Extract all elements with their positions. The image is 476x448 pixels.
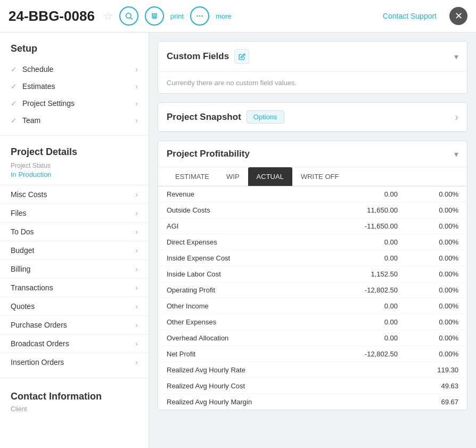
profit-row-label: Inside Expense Cost xyxy=(167,254,350,262)
custom-fields-empty-message: Currently there are no custom field valu… xyxy=(167,79,297,87)
profit-row-label: Direct Expenses xyxy=(167,238,350,246)
sidebar-item-broadcast-orders[interactable]: Broadcast Orders › xyxy=(0,334,149,353)
chevron-right-icon: › xyxy=(135,227,138,236)
chevron-right-icon: › xyxy=(135,209,138,217)
more-label[interactable]: more xyxy=(216,12,232,20)
svg-point-6 xyxy=(201,15,203,17)
profit-row: Revenue0.000.00% xyxy=(158,186,467,202)
profit-row-value: 0.00 xyxy=(350,190,398,198)
profit-row-percent: 0.00% xyxy=(411,254,458,262)
project-snapshot-card: Project Snapshot Options › xyxy=(158,102,467,132)
chevron-right-icon: › xyxy=(135,321,138,329)
sidebar-item-project-settings[interactable]: ✓ Project Settings › xyxy=(0,95,149,112)
project-id: 24-BBG-0086 xyxy=(9,8,95,25)
profit-row: Realized Avg Hourly Margin69.67 xyxy=(158,394,467,410)
print-icon-button[interactable] xyxy=(145,6,164,26)
profit-row: AGI-11,650.000.00% xyxy=(158,218,467,234)
check-icon: ✓ xyxy=(11,116,17,125)
tab-estimate[interactable]: ESTIMATE xyxy=(167,167,218,186)
quotes-label: Quotes xyxy=(11,302,35,311)
transactions-label: Transactions xyxy=(11,283,53,292)
profit-row-label: Realized Avg Hourly Rate xyxy=(167,366,411,374)
chevron-right-icon: › xyxy=(135,339,138,348)
check-icon: ✓ xyxy=(11,82,17,91)
sidebar-item-insertion-orders[interactable]: Insertion Orders › xyxy=(0,353,149,371)
custom-fields-title: Custom Fields xyxy=(167,51,229,62)
print-label[interactable]: print xyxy=(170,12,184,20)
profit-row-percent: 0.00% xyxy=(411,206,458,214)
profit-row-label: Realized Avg Hourly Cost xyxy=(167,382,411,390)
sidebar-item-misc-costs[interactable]: Misc Costs › xyxy=(0,185,149,203)
profit-row-percent: 0.00% xyxy=(411,222,458,230)
profit-row: Other Income0.000.00% xyxy=(158,298,467,314)
chevron-right-icon: › xyxy=(135,99,138,108)
profit-row-value: 0.00 xyxy=(350,318,398,326)
project-status-value[interactable]: In Production xyxy=(0,170,149,185)
chevron-right-icon: › xyxy=(135,116,138,125)
snapshot-chevron-icon[interactable]: › xyxy=(455,111,458,123)
billing-label: Billing xyxy=(11,265,30,273)
sidebar-item-files[interactable]: Files › xyxy=(0,203,149,222)
sidebar-item-schedule[interactable]: ✓ Schedule › xyxy=(0,61,149,78)
content-area: Custom Fields ▾ Currently there are no c… xyxy=(149,32,476,448)
profit-row: Operating Profit-12,802.500.00% xyxy=(158,282,467,298)
chevron-right-icon: › xyxy=(135,302,138,311)
custom-fields-edit-button[interactable] xyxy=(234,49,249,64)
chevron-right-icon: › xyxy=(135,190,138,199)
sidebar-item-budget[interactable]: Budget › xyxy=(0,241,149,259)
profit-row-value: 69.67 xyxy=(411,398,458,406)
tab-wip[interactable]: WIP xyxy=(218,167,248,186)
sidebar-item-team[interactable]: ✓ Team › xyxy=(0,112,149,129)
tab-actual[interactable]: ACTUAL xyxy=(248,167,292,186)
profit-row-value: 119.30 xyxy=(411,366,458,374)
sidebar-item-transactions[interactable]: Transactions › xyxy=(0,278,149,297)
svg-point-5 xyxy=(199,15,201,17)
svg-point-0 xyxy=(126,13,131,18)
profit-row-value: -12,802.50 xyxy=(350,350,398,358)
sidebar-estimates-label: Estimates xyxy=(22,82,55,91)
profit-row-label: Inside Labor Cost xyxy=(167,270,350,278)
chevron-right-icon: › xyxy=(135,265,138,273)
project-snapshot-title: Project Snapshot xyxy=(167,112,241,123)
profit-row-value: -12,802.50 xyxy=(350,286,398,294)
favorite-star-icon[interactable]: ☆ xyxy=(103,10,113,22)
sidebar-item-estimates[interactable]: ✓ Estimates › xyxy=(0,78,149,95)
search-icon-button[interactable] xyxy=(119,6,138,26)
sidebar-team-label: Team xyxy=(22,116,40,125)
files-label: Files xyxy=(11,209,27,217)
profit-row-value: 11,650.00 xyxy=(350,206,398,214)
profit-row-percent: 0.00% xyxy=(411,318,458,326)
profit-row-value: 0.00 xyxy=(350,254,398,262)
chevron-right-icon: › xyxy=(135,82,138,91)
profit-row-value: -11,650.00 xyxy=(350,222,398,230)
profit-row-label: Revenue xyxy=(167,190,350,198)
client-label: Client xyxy=(0,404,149,414)
chevron-right-icon: › xyxy=(135,65,138,74)
profit-row-value: 0.00 xyxy=(350,302,398,310)
sidebar-item-billing[interactable]: Billing › xyxy=(0,259,149,278)
more-icon-button[interactable] xyxy=(190,6,209,26)
check-icon: ✓ xyxy=(11,65,17,74)
sidebar-item-quotes[interactable]: Quotes › xyxy=(0,297,149,315)
profitability-collapse-icon[interactable]: ▾ xyxy=(454,149,458,159)
sidebar: Setup ✓ Schedule › ✓ Estimates › ✓ Proje… xyxy=(0,32,149,448)
snapshot-options-button[interactable]: Options xyxy=(247,110,284,124)
project-profitability-header: Project Profitability ▾ xyxy=(158,141,467,167)
profitability-table: Revenue0.000.00%Outside Costs11,650.000.… xyxy=(158,186,467,410)
custom-fields-body: Currently there are no custom field valu… xyxy=(158,72,467,93)
close-button[interactable]: ✕ xyxy=(449,7,467,25)
profit-row-percent: 0.00% xyxy=(411,302,458,310)
custom-fields-collapse-icon[interactable]: ▾ xyxy=(454,52,458,62)
tab-write-off[interactable]: WRITE OFF xyxy=(292,167,348,186)
profit-row-label: Operating Profit xyxy=(167,286,350,294)
profit-row-value: 49.63 xyxy=(411,382,458,390)
profit-row-percent: 0.00% xyxy=(411,350,458,358)
sidebar-item-purchase-orders[interactable]: Purchase Orders › xyxy=(0,315,149,334)
profit-row-value: 0.00 xyxy=(350,238,398,246)
insertion-orders-label: Insertion Orders xyxy=(11,358,64,366)
profit-row: Other Expenses0.000.00% xyxy=(158,314,467,330)
sidebar-item-to-dos[interactable]: To Dos › xyxy=(0,222,149,241)
contact-support-link[interactable]: Contact Support xyxy=(383,12,437,20)
profit-row-percent: 0.00% xyxy=(411,270,458,278)
sidebar-schedule-label: Schedule xyxy=(22,65,53,74)
